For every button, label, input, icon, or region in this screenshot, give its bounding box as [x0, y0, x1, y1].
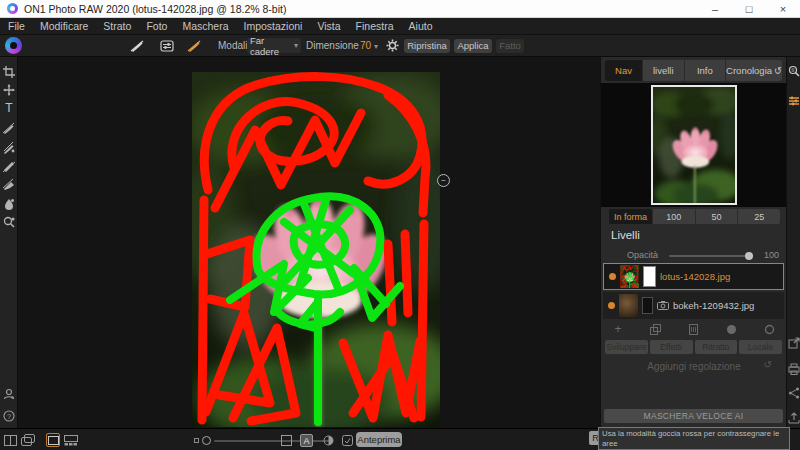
photo-lotus-with-mask-strokes[interactable] [192, 72, 440, 427]
canvas-area[interactable]: − [18, 57, 600, 428]
local-button[interactable]: Locale [739, 340, 782, 354]
menu-vista[interactable]: Vista [317, 20, 340, 32]
minimize-button[interactable]: – [698, 0, 732, 17]
maximize-button[interactable]: □ [732, 0, 766, 17]
develop-button[interactable]: Sviluppare [605, 340, 648, 354]
zoom-slider-knob[interactable] [202, 436, 211, 445]
close-button[interactable]: × [766, 0, 800, 17]
mode-dropdown[interactable]: Far cadere ▾ [247, 38, 301, 53]
title-bar: ON1 Photo RAW 2020 (lotus-142028.jpg @ 1… [0, 0, 800, 18]
menu-maschera[interactable]: Maschera [182, 20, 228, 32]
perfect-brush-tool-icon[interactable] [2, 141, 16, 155]
edit-module-buttons: Sviluppare Effetti Ritratto Locale [605, 340, 782, 354]
panel-tabs: Nav livelli Info Cronologia ↺ [605, 60, 782, 81]
menu-aiuto[interactable]: Aiuto [409, 20, 433, 32]
preview-button[interactable]: Anteprima [356, 432, 402, 447]
share-icon[interactable] [788, 387, 800, 399]
add-adjustment-button[interactable]: Aggiungi regolazione [601, 359, 787, 375]
apply-button[interactable]: Applica [454, 39, 492, 53]
filmstrip-view-icon[interactable] [64, 433, 78, 447]
tooltip-line-1: Usa la modalità goccia rossa per contras… [602, 429, 786, 448]
zoom-50-button[interactable]: 50 [696, 209, 739, 224]
tool-options-bar: Modalità Far cadere ▾ Dimensione 70 ▾ Ri… [0, 35, 800, 57]
soft-proof-icon[interactable] [340, 433, 354, 447]
menu-file[interactable]: File [8, 20, 25, 32]
layer-options-icon[interactable] [762, 322, 776, 336]
opacity-label: Opacità [627, 250, 658, 260]
paint-brush-icon[interactable] [130, 39, 144, 53]
blur-mask-tool-icon[interactable] [2, 197, 16, 211]
app-window: ON1 Photo RAW 2020 (lotus-142028.jpg @ 1… [0, 0, 800, 450]
multi-view-icon[interactable] [21, 433, 35, 447]
refine-settings-icon[interactable] [160, 40, 174, 52]
masking-brush-tool-icon[interactable] [2, 121, 16, 135]
layer-row-lotus[interactable]: lotus-142028.jpg [603, 263, 784, 290]
chisel-mask-tool-icon[interactable] [2, 177, 16, 191]
menu-finestra[interactable]: Finestra [356, 20, 394, 32]
view-mode-icon[interactable] [279, 433, 293, 447]
duplicate-layer-icon[interactable] [649, 322, 663, 336]
reset-adjustment-icon[interactable]: ↺ [764, 359, 772, 370]
left-tool-rail: T ? [0, 57, 18, 428]
single-view-icon[interactable] [46, 433, 60, 447]
compare-view-icon[interactable] [3, 433, 17, 447]
refine-brush-tool-icon[interactable] [2, 159, 16, 173]
nav-preview-thumbnail[interactable] [651, 85, 737, 205]
layer-name[interactable]: lotus-142028.jpg [660, 271, 730, 282]
opacity-row: Opacità 100 [601, 250, 787, 263]
text-overlay-icon[interactable]: A [300, 434, 313, 447]
menu-bar: File Modificare Strato Foto Maschera Imp… [0, 18, 800, 35]
camera-icon [657, 301, 669, 310]
zoom-100-button[interactable]: 100 [653, 209, 696, 224]
layer-visibility-dot[interactable] [609, 273, 616, 280]
merge-layer-icon[interactable] [724, 322, 738, 336]
size-chevron-icon[interactable]: ▾ [374, 42, 378, 51]
layer-visibility-dot[interactable] [608, 302, 615, 309]
zoom-25-button[interactable]: 25 [738, 209, 780, 224]
preset-browser-icon[interactable] [788, 65, 800, 77]
print-icon[interactable] [788, 363, 800, 375]
tab-nav[interactable]: Nav [605, 60, 643, 81]
zoom-tool-icon[interactable] [2, 215, 16, 229]
effects-button[interactable]: Effetti [650, 340, 693, 354]
layer-mask-thumbnail[interactable] [643, 266, 656, 287]
opacity-value: 100 [764, 250, 779, 260]
help-icon[interactable]: ? [2, 409, 16, 423]
menu-modificare[interactable]: Modificare [40, 20, 88, 32]
tab-livelli[interactable]: livelli [643, 60, 685, 81]
mask-view-icon[interactable] [321, 433, 335, 447]
on1-app-icon[interactable] [5, 37, 22, 54]
size-value[interactable]: 70 [360, 35, 371, 57]
ai-quick-mask-brush-icon[interactable] [187, 39, 201, 53]
upload-icon[interactable] [788, 412, 800, 424]
main-area: T ? [0, 57, 800, 428]
opacity-slider-knob[interactable] [745, 252, 753, 260]
masking-bug-handle[interactable]: − [437, 174, 450, 187]
tab-info[interactable]: Info [685, 60, 727, 81]
menu-impostazioni[interactable]: Impostazioni [244, 20, 303, 32]
nav-preview-panel [601, 83, 787, 207]
zoom-out-icon[interactable] [194, 438, 199, 443]
gear-icon[interactable] [386, 39, 399, 52]
ai-quick-mask-button[interactable]: MASCHERA VELOCE AI [604, 409, 783, 423]
delete-layer-icon[interactable] [687, 322, 701, 336]
layer-row-bokeh[interactable]: bokeh-1209432.jpg [603, 292, 784, 319]
menu-foto[interactable]: Foto [146, 20, 167, 32]
portrait-button[interactable]: Ritratto [695, 340, 738, 354]
reset-button[interactable]: Ripristina [404, 39, 450, 53]
add-layer-icon[interactable]: + [611, 322, 625, 336]
move-tool-icon[interactable] [2, 83, 16, 97]
text-tool-icon[interactable]: T [2, 101, 16, 115]
export-icon[interactable] [788, 337, 800, 349]
layer-name[interactable]: bokeh-1209432.jpg [673, 300, 754, 311]
zoom-fit-button[interactable]: In forma [609, 209, 653, 224]
crop-tool-icon[interactable] [2, 65, 16, 79]
menu-strato[interactable]: Strato [103, 20, 131, 32]
svg-text:?: ? [7, 412, 11, 421]
opacity-slider[interactable] [669, 255, 751, 257]
layer-mask-thumbnail[interactable] [642, 297, 653, 314]
done-button[interactable]: Fatto [496, 39, 524, 53]
account-icon[interactable] [2, 387, 16, 401]
tab-cronologia[interactable]: Cronologia ↺ [726, 60, 782, 81]
local-adjustments-icon[interactable] [788, 95, 800, 107]
